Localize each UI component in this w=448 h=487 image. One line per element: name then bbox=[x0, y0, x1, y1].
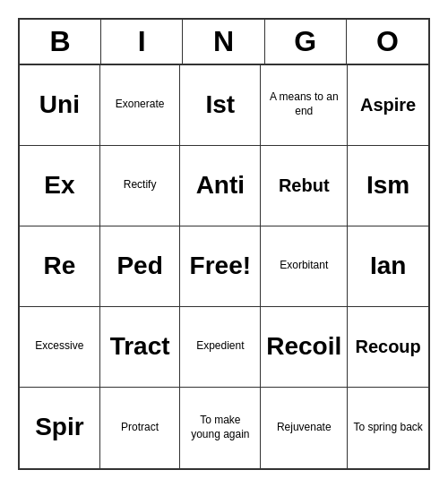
cell-text: Tract bbox=[110, 333, 170, 361]
bingo-cell: Exorbitant bbox=[261, 226, 348, 307]
cell-text: Ism bbox=[366, 172, 409, 200]
bingo-cell: Spir bbox=[20, 388, 100, 468]
cell-text: Rejuvenate bbox=[277, 421, 332, 435]
header-letter: N bbox=[183, 20, 264, 64]
cell-text: Ex bbox=[44, 172, 74, 200]
bingo-cell: Excessive bbox=[20, 307, 100, 388]
cell-text: To spring back bbox=[353, 421, 422, 435]
cell-text: Spir bbox=[35, 414, 83, 441]
bingo-cell: A means to an end bbox=[261, 65, 348, 146]
cell-text: Free! bbox=[190, 252, 251, 280]
cell-text: Re bbox=[43, 252, 75, 280]
cell-text: Ist bbox=[206, 91, 236, 119]
bingo-cell: Protract bbox=[100, 388, 181, 468]
bingo-cell: Rejuvenate bbox=[261, 388, 348, 468]
bingo-cell: Rectify bbox=[100, 146, 181, 226]
cell-text: Aspire bbox=[360, 94, 416, 115]
bingo-cell: Exonerate bbox=[100, 65, 181, 146]
header-letter: O bbox=[347, 20, 428, 64]
bingo-cell: Ist bbox=[180, 65, 261, 146]
cell-text: Exonerate bbox=[116, 98, 165, 112]
cell-text: Excessive bbox=[35, 339, 83, 354]
cell-text: Recoil bbox=[266, 333, 341, 361]
cell-text: Expedient bbox=[196, 339, 244, 354]
bingo-grid: UniExonerateIstA means to an endAspireEx… bbox=[20, 65, 428, 468]
cell-text: Uni bbox=[39, 91, 80, 119]
bingo-cell: Recoil bbox=[261, 307, 348, 388]
bingo-cell: Ian bbox=[348, 226, 428, 307]
cell-text: A means to an end bbox=[266, 90, 341, 118]
header-letter: G bbox=[265, 20, 347, 64]
bingo-cell: Re bbox=[20, 226, 100, 307]
cell-text: Protract bbox=[121, 421, 159, 435]
bingo-cell: Anti bbox=[180, 146, 261, 226]
bingo-cell: Free! bbox=[180, 226, 261, 307]
bingo-cell: Uni bbox=[20, 65, 100, 146]
bingo-cell: Expedient bbox=[180, 307, 261, 388]
cell-text: Exorbitant bbox=[280, 259, 328, 273]
bingo-card: BINGO UniExonerateIstA means to an endAs… bbox=[18, 18, 430, 470]
bingo-cell: Ped bbox=[100, 226, 181, 307]
cell-text: Ian bbox=[370, 252, 406, 280]
bingo-cell: Ex bbox=[20, 146, 100, 226]
cell-text: Recoup bbox=[355, 336, 420, 357]
cell-text: Anti bbox=[196, 172, 245, 200]
bingo-cell: Aspire bbox=[348, 65, 428, 146]
bingo-cell: Ism bbox=[348, 146, 428, 226]
bingo-cell: Rebut bbox=[261, 146, 348, 226]
header-letter: I bbox=[101, 20, 183, 64]
bingo-cell: Recoup bbox=[348, 307, 428, 388]
cell-text: Rebut bbox=[279, 175, 330, 196]
cell-text: Ped bbox=[116, 252, 162, 280]
header-letter: B bbox=[20, 20, 101, 64]
cell-text: To make young again bbox=[185, 414, 254, 441]
bingo-cell: To make young again bbox=[180, 388, 261, 468]
bingo-cell: Tract bbox=[100, 307, 181, 388]
cell-text: Rectify bbox=[124, 178, 157, 192]
bingo-header: BINGO bbox=[20, 20, 428, 65]
bingo-cell: To spring back bbox=[348, 388, 428, 468]
